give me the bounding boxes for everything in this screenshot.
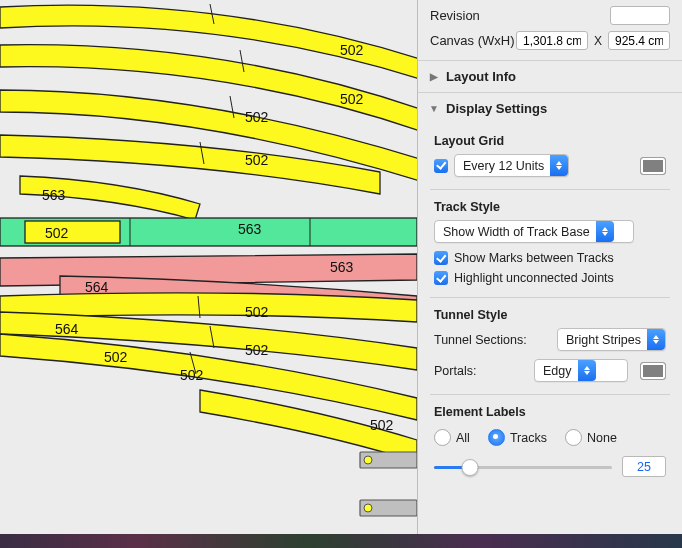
section-title: Layout Info [446, 69, 516, 84]
svg-point-3 [364, 504, 372, 512]
label-size-slider[interactable] [434, 458, 612, 476]
canvas-size-row: Canvas (WxH) X [418, 25, 682, 60]
track-label: 563 [42, 187, 66, 203]
highlight-joints-label: Highlight unconnected Joints [454, 271, 614, 285]
canvas-label: Canvas (WxH) [430, 33, 516, 48]
radio-none-label: None [587, 431, 617, 445]
select-arrows-icon [578, 360, 596, 381]
layout-grid-select-value: Every 12 Units [463, 159, 550, 173]
layout-grid-checkbox[interactable] [434, 159, 448, 173]
revision-label: Revision [430, 8, 610, 23]
canvas-width-input[interactable] [516, 31, 588, 50]
track-label: 502 [370, 417, 394, 433]
chevron-down-icon: ▼ [428, 103, 440, 114]
track-label: 502 [245, 152, 269, 168]
label-size-value: 25 [622, 456, 666, 477]
portals-label: Portals: [434, 364, 528, 378]
radio-all[interactable] [434, 429, 451, 446]
track-layout-svg: 502 502 502 502 563 502 563 563 564 564 … [0, 0, 423, 534]
radio-tracks[interactable] [488, 429, 505, 446]
track-label: 563 [330, 259, 354, 275]
layout-grid-color-well[interactable] [640, 157, 666, 175]
revision-row: Revision [418, 0, 682, 25]
track-label: 502 [45, 225, 69, 241]
track-style-select-value: Show Width of Track Base [443, 225, 596, 239]
select-arrows-icon [647, 329, 665, 350]
radio-none[interactable] [565, 429, 582, 446]
show-marks-label: Show Marks between Tracks [454, 251, 614, 265]
track-label: 502 [340, 42, 364, 58]
layout-grid-title: Layout Grid [418, 124, 682, 152]
track-label: 563 [238, 221, 262, 237]
revision-input[interactable] [610, 6, 670, 25]
element-labels-radio-group: All Tracks None [418, 423, 682, 448]
section-title: Display Settings [446, 101, 547, 116]
canvas-by-label: X [594, 34, 602, 48]
track-label: 564 [85, 279, 109, 295]
track-label: 502 [245, 342, 269, 358]
highlight-joints-checkbox[interactable] [434, 271, 448, 285]
portals-color-well[interactable] [640, 362, 666, 380]
layout-grid-select[interactable]: Every 12 Units [454, 154, 569, 177]
portals-value: Edgy [543, 364, 578, 378]
portals-select[interactable]: Edgy [534, 359, 628, 382]
section-display-settings[interactable]: ▼ Display Settings [418, 92, 682, 124]
track-style-select[interactable]: Show Width of Track Base [434, 220, 634, 243]
track-label: 502 [180, 367, 204, 383]
select-arrows-icon [550, 155, 568, 176]
track-label: 502 [340, 91, 364, 107]
track-style-title: Track Style [418, 190, 682, 218]
tunnel-sections-value: Bright Stripes [566, 333, 647, 347]
show-marks-checkbox[interactable] [434, 251, 448, 265]
svg-point-2 [364, 456, 372, 464]
chevron-right-icon: ▶ [428, 71, 440, 82]
track-label: 502 [104, 349, 128, 365]
bottom-strip [0, 534, 682, 548]
canvas-area[interactable]: 502 502 502 502 563 502 563 563 564 564 … [0, 0, 417, 534]
layout-grid-row: Every 12 Units [418, 152, 682, 179]
element-labels-title: Element Labels [418, 395, 682, 423]
select-arrows-icon [596, 221, 614, 242]
tunnel-sections-select[interactable]: Bright Stripes [557, 328, 666, 351]
inspector-panel: Revision Canvas (WxH) X ▶ Layout Info ▼ … [417, 0, 682, 534]
track-piece [25, 221, 120, 243]
tunnel-style-title: Tunnel Style [418, 298, 682, 326]
canvas-height-input[interactable] [608, 31, 670, 50]
track-label: 502 [245, 304, 269, 320]
radio-tracks-label: Tracks [510, 431, 547, 445]
section-layout-info[interactable]: ▶ Layout Info [418, 60, 682, 92]
track-label: 502 [245, 109, 269, 125]
tunnel-sections-label: Tunnel Sections: [434, 333, 551, 347]
radio-all-label: All [456, 431, 470, 445]
track-label: 564 [55, 321, 79, 337]
